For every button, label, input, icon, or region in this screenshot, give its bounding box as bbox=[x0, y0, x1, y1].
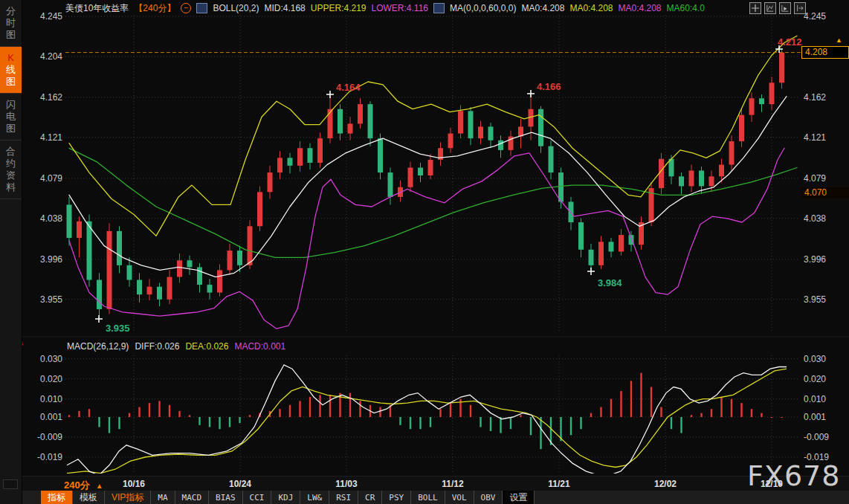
sidebar-item-0[interactable]: 分时图 bbox=[0, 0, 22, 47]
macd-hist-bar bbox=[671, 417, 672, 429]
macd-hist-bar bbox=[430, 417, 431, 427]
macd-hist-bar bbox=[700, 413, 702, 417]
macd-hist-bar bbox=[379, 407, 381, 418]
macd-macd-value: MACD:0.001 bbox=[234, 341, 285, 352]
bottom-toolbar: 指标模板VIP指标MAMACDBIASCCIKDJLW&RSICRPSYBOLL… bbox=[22, 491, 849, 504]
toolbar-item-5[interactable]: BIAS bbox=[209, 491, 243, 504]
candle-body bbox=[578, 222, 584, 250]
candle-body bbox=[739, 115, 744, 141]
toolbar-item-11[interactable]: PSY bbox=[382, 491, 411, 504]
price-tick-left: 4.204 bbox=[40, 51, 62, 62]
macd-hist-bar bbox=[651, 387, 652, 418]
macd-tick-left: 0.001 bbox=[40, 412, 62, 422]
candle-body bbox=[227, 251, 233, 270]
toolbar-item-7[interactable]: KDJ bbox=[271, 491, 300, 504]
chart-canvas[interactable]: 4.2454.2454.2044.1624.1624.1214.1214.079… bbox=[0, 0, 849, 504]
macd-hist-bar bbox=[691, 415, 692, 417]
candle-body bbox=[358, 104, 363, 123]
price-tick-right: 3.955 bbox=[804, 294, 826, 305]
candle-body bbox=[779, 53, 784, 83]
candle-body bbox=[719, 165, 724, 177]
candle-body bbox=[338, 109, 343, 134]
macd-hist-bar bbox=[731, 399, 732, 417]
sidebar-item-3[interactable]: 合约资料 bbox=[0, 140, 22, 199]
toolbar-item-12[interactable]: BOLL bbox=[411, 491, 445, 504]
date-label-2: 11/03 bbox=[335, 479, 357, 489]
play-chart-icon[interactable] bbox=[779, 2, 791, 14]
sidebar-item-2[interactable]: 闪电图 bbox=[0, 94, 22, 140]
macd-hist-bar bbox=[490, 417, 491, 431]
chart-tools bbox=[749, 2, 806, 14]
corner-handle[interactable] bbox=[3, 479, 18, 489]
date-label-5: 12/02 bbox=[654, 479, 677, 489]
macd-hist-bar bbox=[720, 397, 722, 417]
sidebar-item-1[interactable]: K线图 bbox=[0, 47, 22, 94]
export-icon[interactable] bbox=[794, 2, 806, 14]
macd-hist-bar bbox=[600, 407, 601, 418]
macd-hist-bar bbox=[419, 417, 421, 429]
price-annotation: 3.984 bbox=[598, 277, 622, 288]
ma-label: MA(0,0,0,60,0,0) bbox=[450, 3, 516, 13]
collapse-icon[interactable]: − bbox=[181, 3, 191, 13]
macd-hist-bar bbox=[138, 407, 140, 418]
macd-hist-bar bbox=[580, 417, 581, 429]
candle-body bbox=[177, 260, 182, 277]
toolbar-item-8[interactable]: LW& bbox=[300, 491, 329, 504]
ma0-magenta-value: MA0:4.208 bbox=[618, 3, 661, 13]
toolbar-item-1[interactable]: 模板 bbox=[73, 491, 105, 504]
price-tick-left: 4.162 bbox=[40, 92, 62, 103]
macd-label: MACD(26,12,9) bbox=[67, 341, 129, 352]
macd-hist-bar bbox=[299, 401, 300, 417]
candle-body bbox=[288, 158, 293, 166]
boll-label: BOLL(20,2) bbox=[213, 3, 259, 13]
candle-body bbox=[428, 160, 433, 175]
price-tick-right: 4.121 bbox=[804, 132, 826, 143]
candle-body bbox=[368, 104, 373, 138]
macd-hist-bar bbox=[520, 415, 521, 417]
fit-chart-icon[interactable] bbox=[764, 2, 776, 14]
macd-hist-bar bbox=[470, 405, 471, 417]
toolbar-item-6[interactable]: CCI bbox=[243, 491, 272, 504]
sidebar-item-char: 料 bbox=[0, 181, 22, 193]
candle-body bbox=[187, 260, 193, 267]
macd-tick-left: 0.020 bbox=[40, 374, 62, 384]
date-label-1: 10/24 bbox=[229, 479, 251, 489]
toolbar-item-2[interactable]: VIP指标 bbox=[105, 491, 151, 504]
candle-body bbox=[207, 285, 213, 293]
candle-body bbox=[589, 250, 594, 265]
macd-hist-bar bbox=[198, 417, 200, 425]
toolbar-item-10[interactable]: CR bbox=[358, 491, 382, 504]
candle-body bbox=[408, 168, 413, 187]
toolbar-item-15[interactable]: 设置 bbox=[503, 491, 535, 504]
candle-body bbox=[388, 172, 393, 197]
macd-hist-bar bbox=[590, 413, 592, 417]
candle-body bbox=[317, 138, 323, 163]
price-tick-right: 4.162 bbox=[804, 92, 826, 103]
sidebar-item-char: 图 bbox=[0, 76, 22, 88]
macd-hist-bar bbox=[319, 395, 320, 417]
toolbar-item-3[interactable]: MA bbox=[151, 491, 175, 504]
candle-body bbox=[609, 242, 614, 251]
macd-tick-right: -0.009 bbox=[804, 432, 829, 442]
main-header: 美债10年收益率 【240分】 − BOLL(20,2) MID:4.168 U… bbox=[65, 2, 705, 14]
date-label-3: 11/12 bbox=[442, 479, 463, 489]
macd-hist-bar bbox=[771, 417, 772, 418]
period-selector-label: 240分 bbox=[64, 479, 90, 491]
macd-hist-bar bbox=[530, 417, 532, 435]
price-tick-left: 4.079 bbox=[40, 173, 62, 184]
toolbar-item-14[interactable]: OBV bbox=[474, 491, 503, 504]
toolbar-item-0[interactable]: 指标 bbox=[41, 491, 73, 504]
toolbar-item-13[interactable]: VOL bbox=[445, 491, 474, 504]
toolbar-item-9[interactable]: RSI bbox=[329, 491, 358, 504]
candle-body bbox=[237, 251, 242, 265]
candle-body bbox=[157, 287, 162, 300]
candle-body bbox=[107, 231, 112, 309]
macd-tick-left: 0.010 bbox=[40, 394, 62, 404]
period-label: 【240分】 bbox=[134, 2, 175, 15]
candle-body bbox=[147, 287, 152, 295]
move-icon[interactable] bbox=[749, 2, 761, 14]
sidebar-item-char: 图 bbox=[0, 29, 22, 41]
macd-panel bbox=[67, 365, 787, 476]
candle-body bbox=[549, 146, 554, 172]
toolbar-item-4[interactable]: MACD bbox=[175, 491, 210, 504]
